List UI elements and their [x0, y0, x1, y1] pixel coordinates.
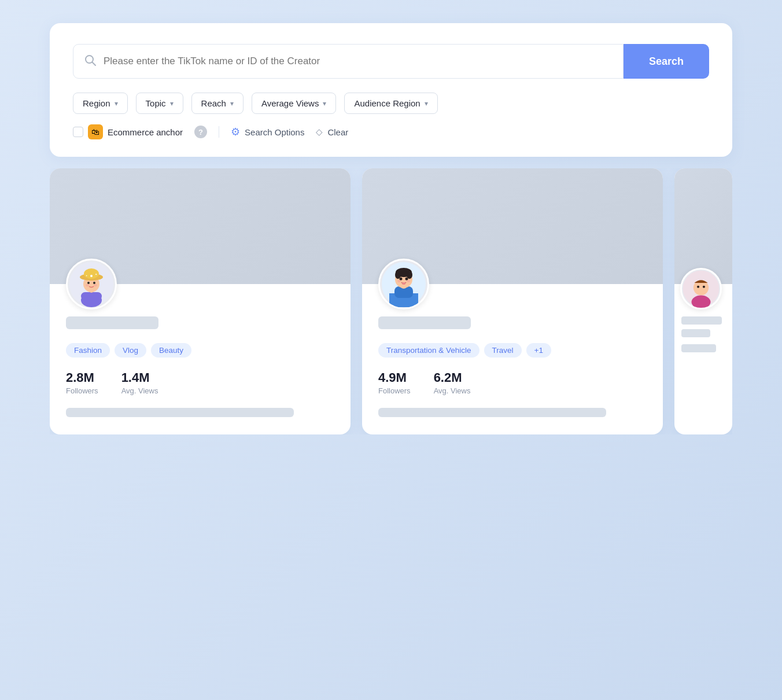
search-input[interactable] — [104, 56, 613, 67]
chevron-down-icon: ▾ — [170, 100, 174, 108]
svg-point-29 — [402, 282, 405, 285]
svg-point-24 — [407, 271, 412, 279]
search-button[interactable]: Search — [624, 44, 709, 79]
svg-point-33 — [697, 286, 699, 288]
tag-more[interactable]: +1 — [526, 343, 551, 358]
card-cover-2 — [362, 168, 663, 284]
creator-card-2[interactable]: Transportation & Vehicle Travel +1 4.9M … — [362, 168, 663, 434]
followers-stat-1: 2.8M Followers — [66, 370, 98, 395]
action-placeholder-1 — [66, 408, 294, 417]
avatar-1: ✦ ✦ — [66, 259, 117, 310]
vertical-divider — [219, 126, 219, 138]
avatar-3 — [680, 268, 722, 310]
avg-views-filter[interactable]: Average Views ▾ — [252, 93, 337, 114]
search-options-label: Search Options — [245, 127, 304, 137]
ecommerce-checkbox[interactable] — [73, 127, 83, 137]
avg-views-label-2: Avg. Views — [434, 386, 471, 395]
svg-point-8 — [93, 282, 95, 284]
options-row: 🛍 Ecommerce anchor ? ⚙ Search Options ◇ … — [73, 124, 709, 139]
tag-fashion[interactable]: Fashion — [66, 343, 110, 358]
tag-travel[interactable]: Travel — [484, 343, 522, 358]
svg-point-27 — [397, 280, 401, 282]
avg-views-value-2: 6.2M — [434, 370, 471, 385]
card-cover-1: ✦ ✦ — [50, 168, 351, 284]
svg-point-13 — [90, 275, 93, 277]
tag-transportation[interactable]: Transportation & Vehicle — [378, 343, 479, 358]
svg-point-32 — [692, 296, 711, 309]
avatar-2 — [378, 259, 429, 310]
stats-row-2: 4.9M Followers 6.2M Avg. Views — [378, 370, 647, 395]
avatar-wrapper-2 — [378, 259, 429, 310]
cards-grid: ✦ ✦ Fashion Vlog Beauty 2.8M Followers — [50, 168, 732, 434]
svg-line-1 — [93, 62, 96, 66]
tag-vlog[interactable]: Vlog — [115, 343, 146, 358]
partial-placeholder-1 — [681, 316, 722, 325]
stats-row-1: 2.8M Followers 1.4M Avg. Views — [66, 370, 334, 395]
tag-beauty[interactable]: Beauty — [151, 343, 191, 358]
partial-placeholder-2 — [681, 329, 710, 337]
bag-icon: 🛍 — [88, 124, 103, 139]
search-row: Search — [73, 44, 709, 79]
name-placeholder-1 — [66, 316, 158, 329]
avg-views-stat-1: 1.4M Avg. Views — [121, 370, 158, 395]
svg-text:✦: ✦ — [95, 272, 97, 276]
creator-card-3-partial[interactable] — [674, 168, 732, 434]
partial-placeholder-3 — [681, 344, 716, 352]
followers-label-1: Followers — [66, 386, 98, 395]
followers-value-2: 4.9M — [378, 370, 411, 385]
region-label: Region — [83, 98, 110, 108]
avatar-wrapper-1: ✦ ✦ — [66, 259, 117, 310]
ecommerce-label: Ecommerce anchor — [108, 127, 183, 137]
tune-icon: ⚙ — [231, 126, 240, 138]
clear-button[interactable]: ◇ Clear — [316, 127, 348, 137]
avg-views-stat-2: 6.2M Avg. Views — [434, 370, 471, 395]
topic-label: Topic — [146, 98, 166, 108]
followers-label-2: Followers — [378, 386, 411, 395]
creator-card-1[interactable]: ✦ ✦ Fashion Vlog Beauty 2.8M Followers — [50, 168, 351, 434]
reach-filter[interactable]: Reach ▾ — [191, 93, 244, 114]
svg-point-23 — [395, 271, 401, 279]
avg-views-label-1: Avg. Views — [121, 386, 158, 395]
help-icon[interactable]: ? — [194, 126, 207, 138]
tags-row-1: Fashion Vlog Beauty — [66, 343, 334, 358]
svg-point-10 — [94, 284, 97, 286]
chevron-down-icon: ▾ — [323, 100, 326, 108]
svg-point-9 — [86, 284, 89, 286]
ecommerce-anchor-toggle[interactable]: 🛍 Ecommerce anchor — [73, 124, 183, 139]
svg-point-34 — [703, 286, 705, 288]
search-input-wrapper — [73, 44, 624, 79]
topic-filter[interactable]: Topic ▾ — [136, 93, 183, 114]
avatar-wrapper-3 — [680, 268, 722, 310]
filter-row: Region ▾ Topic ▾ Reach ▾ Average Views ▾… — [73, 93, 709, 114]
svg-point-7 — [87, 282, 90, 284]
clear-label: Clear — [327, 127, 348, 137]
page-wrapper: Search Region ▾ Topic ▾ Reach ▾ Average … — [50, 23, 732, 434]
search-options-button[interactable]: ⚙ Search Options — [231, 126, 304, 138]
svg-point-26 — [405, 278, 408, 281]
search-icon — [84, 54, 97, 69]
search-panel: Search Region ▾ Topic ▾ Reach ▾ Average … — [50, 23, 732, 157]
chevron-down-icon: ▾ — [425, 100, 428, 108]
chevron-down-icon: ▾ — [115, 100, 118, 108]
audience-region-filter[interactable]: Audience Region ▾ — [344, 93, 437, 114]
chevron-down-icon: ▾ — [230, 100, 234, 108]
followers-stat-2: 4.9M Followers — [378, 370, 411, 395]
svg-point-25 — [400, 278, 403, 281]
followers-value-1: 2.8M — [66, 370, 98, 385]
action-placeholder-2 — [378, 408, 606, 417]
avg-views-label: Average Views — [261, 98, 319, 108]
avg-views-value-1: 1.4M — [121, 370, 158, 385]
clear-icon: ◇ — [316, 127, 323, 137]
region-filter[interactable]: Region ▾ — [73, 93, 128, 114]
audience-region-label: Audience Region — [354, 98, 420, 108]
card-cover-3 — [674, 168, 732, 284]
name-placeholder-2 — [378, 316, 471, 329]
tags-row-2: Transportation & Vehicle Travel +1 — [378, 343, 647, 358]
svg-point-28 — [407, 280, 410, 282]
reach-label: Reach — [201, 98, 226, 108]
svg-rect-4 — [81, 292, 102, 300]
